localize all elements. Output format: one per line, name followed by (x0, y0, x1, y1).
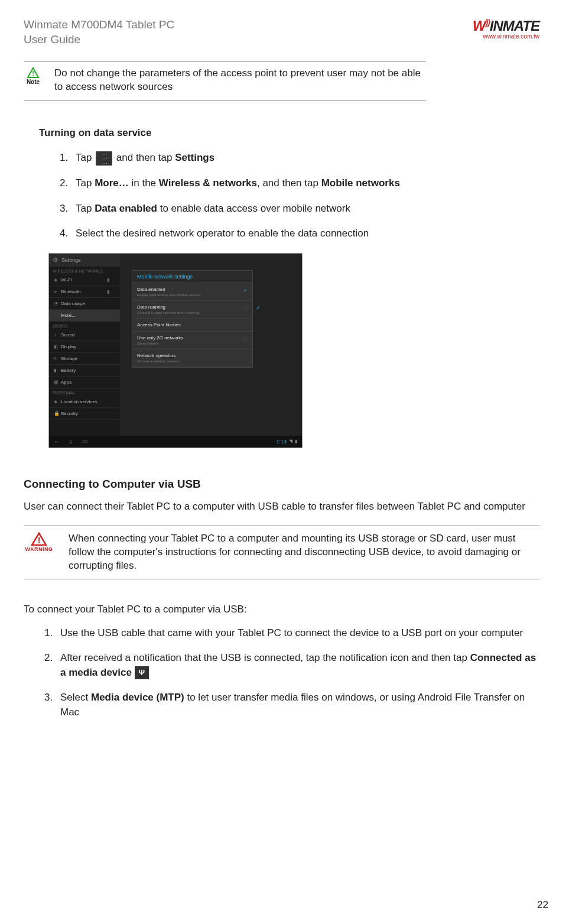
usb-icon (135, 666, 149, 679)
logo-url: www.winmate.com.tw (473, 33, 539, 40)
step-3: Tap Data enabled to enable data access o… (71, 202, 539, 216)
connect-intro: To connect your Tablet PC to a computer … (24, 603, 539, 617)
warning-icon: ! WARNING (24, 532, 54, 552)
page-header: Winmate M700DM4 Tablet PC User Guide W))… (24, 18, 539, 47)
warning-callout: ! WARNING When connecting your Tablet PC… (24, 526, 539, 579)
note-text: Do not change the parameters of the acce… (54, 67, 426, 94)
svg-text:!: ! (38, 536, 41, 545)
brand-logo: W))INMATE www.winmate.com.tw (473, 18, 539, 40)
steps-list: Tap and then tap Settings Tap More… in t… (71, 151, 539, 241)
usb-step-2: After received a notification that the U… (56, 651, 539, 680)
usb-step-3: Select Media device (MTP) to let user tr… (56, 690, 539, 719)
step-1: Tap and then tap Settings (71, 151, 539, 166)
step-2: Tap More… in the Wireless & networks, an… (71, 176, 539, 191)
apps-icon (96, 151, 112, 166)
note-icon: ! Note (24, 67, 43, 85)
step-4: Select the desired network operator to e… (71, 226, 539, 241)
usb-intro: User can connect their Tablet PC to a co… (24, 500, 539, 514)
usb-step-1: Use the USB cable that came with your Ta… (56, 626, 539, 641)
warning-text: When connecting your Tablet PC to a comp… (69, 532, 539, 573)
mobile-network-popup: Mobile network settings Data enabledEnab… (132, 270, 253, 368)
doc-type: User Guide (24, 33, 174, 47)
usb-steps-list: Use the USB cable that came with your Ta… (56, 626, 539, 720)
svg-text:!: ! (32, 70, 34, 77)
section-heading-data-service: Turning on data service (39, 127, 539, 139)
product-name: Winmate M700DM4 Tablet PC (24, 18, 174, 33)
note-callout: ! Note Do not change the parameters of t… (24, 61, 426, 100)
android-settings-screenshot: ⚙Settings WIRELESS & NETWORKS ◈Wi-Fi▮ ⌀B… (48, 253, 303, 448)
page-number: 22 (537, 899, 548, 911)
section-heading-usb: Connecting to Computer via USB (24, 478, 539, 491)
